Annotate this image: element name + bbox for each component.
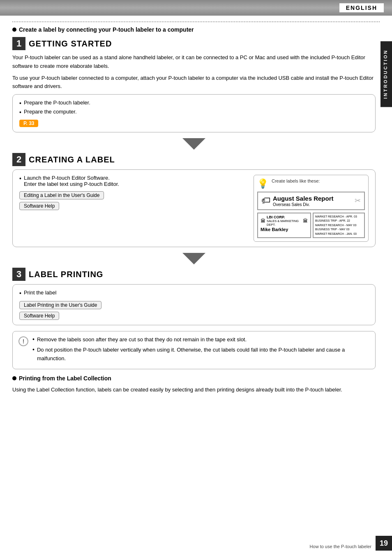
list-line-2: BUSINESS TRIP - APR. 22 [315,219,362,223]
small-label-1: 🏛 LBI CORP. SALES & MARKETING DEPT. 🏛 Mi… [257,213,311,238]
step3-number: 3 [12,268,25,281]
list-line-4: BUSINESS TRIP - MAY 03 [315,227,362,232]
top-bar: ENGLISH [0,0,392,16]
page-ref-badge: P. 33 [19,120,38,127]
warning-box: ! Remove the labels soon after they are … [12,331,376,369]
step2-title: CREATING A LABEL [29,153,115,166]
small-label-list: MARKET RESEARCH - APR. 03 BUSINESS TRIP … [313,213,365,238]
list-line-3: MARKET RESEARCH - MAY 03 [315,223,362,228]
main-label-preview: 🏷 August Sales Report Overseas Sales Div… [257,192,365,210]
introduction-side-tab: INTRODUCTION [380,41,392,107]
small-label-name: Mike Barkley [261,227,308,232]
step3-box: Print the label Label Printing in the Us… [12,284,376,325]
step1-bullet-1: Prepare the P-touch labeler. [19,100,369,107]
step2-bullet-1: Launch the P-touch Editor Software.Enter… [19,175,249,187]
step2-header: 2 CREATING A LABEL [12,153,376,166]
language-badge: ENGLISH [339,3,384,12]
lightbulb-icon: 💡 [257,178,268,189]
step3-software-help-link[interactable]: Software Help [19,312,59,320]
step1-body1: Your P-touch labeler can be used as a st… [12,53,376,71]
list-line-1: MARKET RESEARCH - APR. 03 [315,215,362,219]
warning-bullet-2: Do not position the P-touch labeler vert… [32,346,369,363]
small-label-dept: SALES & MARKETING DEPT. [267,219,302,227]
label-icon: 🏷 [261,195,270,206]
label-printing-guide-link[interactable]: Label Printing in the User's Guide [19,301,101,309]
main-label-title: August Sales Report [273,195,334,202]
step3-bullet-1: Print the label [19,289,369,297]
step2-left-panel: Launch the P-touch Editor Software.Enter… [19,175,249,242]
printing-section-header: Printing from the Label Collection [12,375,376,382]
step1-box: Prepare the P-touch labeler. Prepare the… [12,94,376,132]
step1-title: GETTING STARTED [29,37,112,50]
printing-section: Printing from the Label Collection Using… [12,375,376,394]
step1-number: 1 [12,37,25,50]
scissors-icon: ✂ [355,196,361,205]
arrow-down-2 [12,253,376,264]
small-labels-row: 🏛 LBI CORP. SALES & MARKETING DEPT. 🏛 Mi… [257,213,365,238]
section-bullet [12,28,16,32]
main-section-title: Create a label by connecting your P-touc… [19,26,194,33]
printing-bullet [12,376,16,380]
step1-body2: To use your P-touch labeler connected to… [12,74,376,91]
step3-header: 3 LABEL PRINTING [12,268,376,281]
main-label-subtitle: Overseas Sales Div. [273,202,334,207]
warning-bullet-1: Remove the labels soon after they are cu… [32,336,369,344]
step1-header: 1 GETTING STARTED [12,37,376,50]
bottom-label: How to use the P-touch labeler [310,544,371,549]
page-number: 19 [376,536,392,551]
warning-icon: ! [18,336,28,346]
dotted-separator [12,21,380,22]
small-label-company: LBI CORP. [267,215,302,219]
step2-label-preview: 💡 Create labels like these: 🏷 August Sal… [254,175,369,242]
step2-number: 2 [12,153,25,166]
printing-section-body: Using the Label Collection function, lab… [12,386,376,394]
main-section-header: Create a label by connecting your P-touc… [12,26,376,33]
arrow-down-1 [12,138,376,150]
small-label-icon: 🏛 [261,218,265,224]
label-preview-hint: Create labels like these: [272,178,320,183]
step3-title: LABEL PRINTING [29,268,103,281]
editing-label-guide-link[interactable]: Editing a Label in the User's Guide [19,191,104,199]
printing-section-title: Printing from the Label Collection [19,375,111,382]
warning-text: Remove the labels soon after they are cu… [32,336,369,364]
step2-box: Launch the P-touch Editor Software.Enter… [12,169,376,248]
step1-bullet-2: Prepare the computer. [19,109,369,116]
step2-software-help-link[interactable]: Software Help [19,202,59,210]
list-line-5: MARKET RESEARCH - JAN. 03 [315,232,362,236]
small-label-icon2: 🏛 [303,218,308,224]
